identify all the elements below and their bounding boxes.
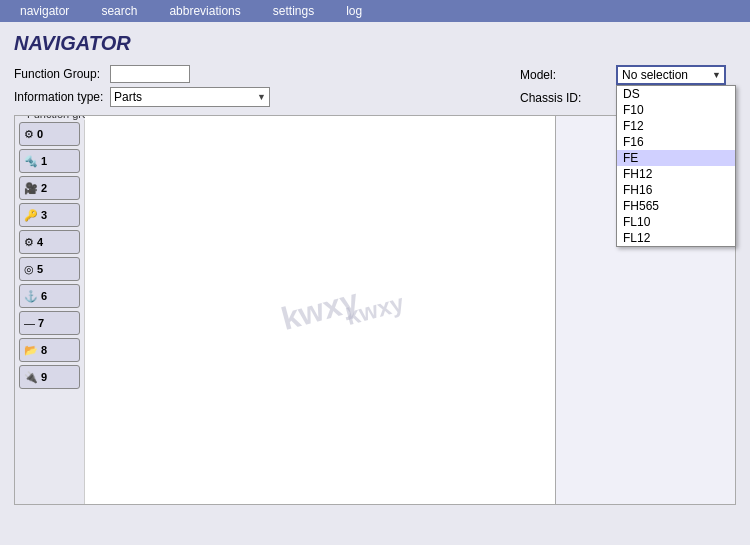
group-icon-6: ⚓ (24, 290, 38, 303)
information-type-select[interactable]: Parts Service Repair (110, 87, 270, 107)
model-option[interactable]: F16 (617, 134, 735, 150)
information-type-select-wrapper: Parts Service Repair (110, 87, 270, 107)
nav-settings[interactable]: settings (257, 2, 330, 20)
model-option[interactable]: FL12 (617, 230, 735, 246)
form-area: Function Group: Information type: Parts … (14, 65, 736, 107)
nav-abbreviations[interactable]: abbreviations (153, 2, 256, 20)
nav-bar: navigator search abbreviations settings … (0, 0, 750, 22)
function-group-btn-9[interactable]: 🔌9 (19, 365, 80, 389)
group-num-2: 2 (41, 182, 47, 194)
function-group-btn-3[interactable]: 🔑3 (19, 203, 80, 227)
group-num-1: 1 (41, 155, 47, 167)
nav-log[interactable]: log (330, 2, 378, 20)
group-icon-4: ⚙ (24, 236, 34, 249)
page-title: NAVIGATOR (14, 32, 736, 55)
model-option[interactable]: F12 (617, 118, 735, 134)
function-group-btn-7[interactable]: —7 (19, 311, 80, 335)
group-num-0: 0 (37, 128, 43, 140)
model-option[interactable]: FH16 (617, 182, 735, 198)
groups-sidebar: ⚙0🔩1🎥2🔑3⚙4◎5⚓6—7📂8🔌9 (15, 116, 85, 504)
function-group-row: Function Group: (14, 65, 270, 83)
function-group-btn-8[interactable]: 📂8 (19, 338, 80, 362)
group-icon-0: ⚙ (24, 128, 34, 141)
model-option[interactable]: FH12 (617, 166, 735, 182)
group-icon-3: 🔑 (24, 209, 38, 222)
model-option[interactable]: F10 (617, 102, 735, 118)
function-group-label: Function Group: (14, 67, 104, 81)
left-form: Function Group: Information type: Parts … (14, 65, 270, 107)
group-num-9: 9 (41, 371, 47, 383)
information-type-label: Information type: (14, 90, 104, 104)
group-icon-9: 🔌 (24, 371, 38, 384)
group-icon-2: 🎥 (24, 182, 38, 195)
function-group-btn-2[interactable]: 🎥2 (19, 176, 80, 200)
model-row: Model: No selection DSF10F12F16FEFH12FH1… (520, 65, 736, 85)
model-option[interactable]: DS (617, 86, 735, 102)
group-num-4: 4 (37, 236, 43, 248)
group-num-7: 7 (38, 317, 44, 329)
model-selected-value: No selection (622, 68, 688, 82)
chassis-id-label: Chassis ID: (520, 91, 610, 105)
function-group-input[interactable] (110, 65, 190, 83)
model-option[interactable]: FE (617, 150, 735, 166)
function-group-btn-5[interactable]: ◎5 (19, 257, 80, 281)
group-icon-5: ◎ (24, 263, 34, 276)
group-num-5: 5 (37, 263, 43, 275)
group-num-3: 3 (41, 209, 47, 221)
model-select-wrapper: No selection DSF10F12F16FEFH12FH16FH565F… (616, 65, 726, 85)
group-icon-8: 📂 (24, 344, 38, 357)
function-group-btn-0[interactable]: ⚙0 (19, 122, 80, 146)
right-form: Model: No selection DSF10F12F16FEFH12FH1… (520, 65, 736, 107)
group-icon-7: — (24, 317, 35, 329)
model-option[interactable]: FL10 (617, 214, 735, 230)
nav-navigator[interactable]: navigator (4, 2, 85, 20)
group-num-8: 8 (41, 344, 47, 356)
main-content: NAVIGATOR Function Group: Information ty… (0, 22, 750, 515)
model-option[interactable]: FH565 (617, 198, 735, 214)
model-dropdown: DSF10F12F16FEFH12FH16FH565FL10FL12FL4FM7… (616, 85, 736, 247)
model-label: Model: (520, 68, 610, 82)
watermark: kwxy (277, 282, 362, 338)
model-dropdown-list[interactable]: DSF10F12F16FEFH12FH16FH565FL10FL12FL4FM7… (617, 86, 735, 246)
group-num-6: 6 (41, 290, 47, 302)
function-group-btn-4[interactable]: ⚙4 (19, 230, 80, 254)
function-group-btn-1[interactable]: 🔩1 (19, 149, 80, 173)
nav-search[interactable]: search (85, 2, 153, 20)
information-type-row: Information type: Parts Service Repair (14, 87, 270, 107)
function-group-btn-6[interactable]: ⚓6 (19, 284, 80, 308)
groups-content: kwxy (85, 116, 555, 504)
group-icon-1: 🔩 (24, 155, 38, 168)
model-display[interactable]: No selection (616, 65, 726, 85)
